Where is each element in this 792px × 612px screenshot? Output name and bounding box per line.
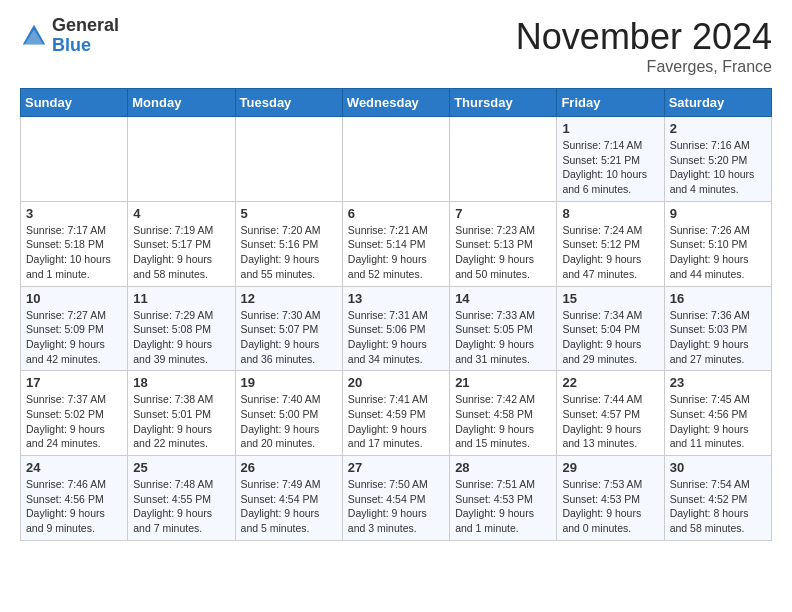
day-info: Sunrise: 7:51 AM Sunset: 4:53 PM Dayligh… [455,477,551,536]
day-number: 11 [133,291,229,306]
calendar-cell: 8Sunrise: 7:24 AM Sunset: 5:12 PM Daylig… [557,201,664,286]
calendar-cell: 26Sunrise: 7:49 AM Sunset: 4:54 PM Dayli… [235,456,342,541]
day-number: 5 [241,206,337,221]
day-info: Sunrise: 7:30 AM Sunset: 5:07 PM Dayligh… [241,308,337,367]
day-number: 1 [562,121,658,136]
calendar-cell: 23Sunrise: 7:45 AM Sunset: 4:56 PM Dayli… [664,371,771,456]
day-number: 25 [133,460,229,475]
day-number: 23 [670,375,766,390]
calendar-cell [342,117,449,202]
day-number: 17 [26,375,122,390]
calendar-cell: 15Sunrise: 7:34 AM Sunset: 5:04 PM Dayli… [557,286,664,371]
calendar-cell: 11Sunrise: 7:29 AM Sunset: 5:08 PM Dayli… [128,286,235,371]
calendar-cell: 7Sunrise: 7:23 AM Sunset: 5:13 PM Daylig… [450,201,557,286]
logo-general: General [52,16,119,36]
day-info: Sunrise: 7:24 AM Sunset: 5:12 PM Dayligh… [562,223,658,282]
calendar-header-row: SundayMondayTuesdayWednesdayThursdayFrid… [21,89,772,117]
day-info: Sunrise: 7:36 AM Sunset: 5:03 PM Dayligh… [670,308,766,367]
calendar-cell: 10Sunrise: 7:27 AM Sunset: 5:09 PM Dayli… [21,286,128,371]
calendar-cell: 5Sunrise: 7:20 AM Sunset: 5:16 PM Daylig… [235,201,342,286]
calendar-cell [128,117,235,202]
logo-icon [20,22,48,50]
day-info: Sunrise: 7:17 AM Sunset: 5:18 PM Dayligh… [26,223,122,282]
day-info: Sunrise: 7:42 AM Sunset: 4:58 PM Dayligh… [455,392,551,451]
weekday-header: Tuesday [235,89,342,117]
calendar-cell: 3Sunrise: 7:17 AM Sunset: 5:18 PM Daylig… [21,201,128,286]
day-info: Sunrise: 7:27 AM Sunset: 5:09 PM Dayligh… [26,308,122,367]
day-number: 6 [348,206,444,221]
day-number: 27 [348,460,444,475]
day-number: 12 [241,291,337,306]
logo-text: General Blue [52,16,119,56]
day-number: 7 [455,206,551,221]
title-area: November 2024 Faverges, France [516,16,772,76]
day-info: Sunrise: 7:14 AM Sunset: 5:21 PM Dayligh… [562,138,658,197]
day-info: Sunrise: 7:34 AM Sunset: 5:04 PM Dayligh… [562,308,658,367]
day-number: 15 [562,291,658,306]
calendar-cell: 16Sunrise: 7:36 AM Sunset: 5:03 PM Dayli… [664,286,771,371]
day-number: 2 [670,121,766,136]
calendar-cell: 12Sunrise: 7:30 AM Sunset: 5:07 PM Dayli… [235,286,342,371]
calendar-cell: 24Sunrise: 7:46 AM Sunset: 4:56 PM Dayli… [21,456,128,541]
calendar-cell: 29Sunrise: 7:53 AM Sunset: 4:53 PM Dayli… [557,456,664,541]
calendar-week-row: 3Sunrise: 7:17 AM Sunset: 5:18 PM Daylig… [21,201,772,286]
day-number: 22 [562,375,658,390]
calendar-cell: 17Sunrise: 7:37 AM Sunset: 5:02 PM Dayli… [21,371,128,456]
day-info: Sunrise: 7:23 AM Sunset: 5:13 PM Dayligh… [455,223,551,282]
day-info: Sunrise: 7:31 AM Sunset: 5:06 PM Dayligh… [348,308,444,367]
day-info: Sunrise: 7:19 AM Sunset: 5:17 PM Dayligh… [133,223,229,282]
calendar-cell: 19Sunrise: 7:40 AM Sunset: 5:00 PM Dayli… [235,371,342,456]
calendar-body: 1Sunrise: 7:14 AM Sunset: 5:21 PM Daylig… [21,117,772,541]
calendar-cell: 28Sunrise: 7:51 AM Sunset: 4:53 PM Dayli… [450,456,557,541]
calendar-cell: 30Sunrise: 7:54 AM Sunset: 4:52 PM Dayli… [664,456,771,541]
page-header: General Blue November 2024 Faverges, Fra… [20,16,772,76]
day-info: Sunrise: 7:16 AM Sunset: 5:20 PM Dayligh… [670,138,766,197]
day-number: 3 [26,206,122,221]
calendar-cell: 25Sunrise: 7:48 AM Sunset: 4:55 PM Dayli… [128,456,235,541]
logo: General Blue [20,16,119,56]
calendar-week-row: 1Sunrise: 7:14 AM Sunset: 5:21 PM Daylig… [21,117,772,202]
day-number: 28 [455,460,551,475]
calendar-cell [450,117,557,202]
weekday-header: Monday [128,89,235,117]
day-info: Sunrise: 7:40 AM Sunset: 5:00 PM Dayligh… [241,392,337,451]
calendar-cell: 9Sunrise: 7:26 AM Sunset: 5:10 PM Daylig… [664,201,771,286]
logo-blue: Blue [52,36,119,56]
day-number: 30 [670,460,766,475]
day-info: Sunrise: 7:54 AM Sunset: 4:52 PM Dayligh… [670,477,766,536]
calendar-cell [21,117,128,202]
day-info: Sunrise: 7:46 AM Sunset: 4:56 PM Dayligh… [26,477,122,536]
day-number: 13 [348,291,444,306]
month-title: November 2024 [516,16,772,58]
day-info: Sunrise: 7:41 AM Sunset: 4:59 PM Dayligh… [348,392,444,451]
day-number: 4 [133,206,229,221]
day-number: 29 [562,460,658,475]
day-info: Sunrise: 7:53 AM Sunset: 4:53 PM Dayligh… [562,477,658,536]
calendar-cell: 21Sunrise: 7:42 AM Sunset: 4:58 PM Dayli… [450,371,557,456]
day-info: Sunrise: 7:29 AM Sunset: 5:08 PM Dayligh… [133,308,229,367]
day-info: Sunrise: 7:49 AM Sunset: 4:54 PM Dayligh… [241,477,337,536]
location: Faverges, France [516,58,772,76]
calendar-cell: 2Sunrise: 7:16 AM Sunset: 5:20 PM Daylig… [664,117,771,202]
calendar-week-row: 17Sunrise: 7:37 AM Sunset: 5:02 PM Dayli… [21,371,772,456]
calendar-cell: 20Sunrise: 7:41 AM Sunset: 4:59 PM Dayli… [342,371,449,456]
day-info: Sunrise: 7:26 AM Sunset: 5:10 PM Dayligh… [670,223,766,282]
day-number: 21 [455,375,551,390]
calendar-cell: 4Sunrise: 7:19 AM Sunset: 5:17 PM Daylig… [128,201,235,286]
day-info: Sunrise: 7:38 AM Sunset: 5:01 PM Dayligh… [133,392,229,451]
calendar-cell: 27Sunrise: 7:50 AM Sunset: 4:54 PM Dayli… [342,456,449,541]
weekday-header: Wednesday [342,89,449,117]
day-info: Sunrise: 7:20 AM Sunset: 5:16 PM Dayligh… [241,223,337,282]
day-number: 20 [348,375,444,390]
day-number: 10 [26,291,122,306]
calendar-week-row: 24Sunrise: 7:46 AM Sunset: 4:56 PM Dayli… [21,456,772,541]
day-info: Sunrise: 7:45 AM Sunset: 4:56 PM Dayligh… [670,392,766,451]
calendar-cell [235,117,342,202]
day-number: 19 [241,375,337,390]
calendar-cell: 6Sunrise: 7:21 AM Sunset: 5:14 PM Daylig… [342,201,449,286]
day-info: Sunrise: 7:33 AM Sunset: 5:05 PM Dayligh… [455,308,551,367]
day-number: 18 [133,375,229,390]
weekday-header: Friday [557,89,664,117]
calendar-cell: 1Sunrise: 7:14 AM Sunset: 5:21 PM Daylig… [557,117,664,202]
day-info: Sunrise: 7:21 AM Sunset: 5:14 PM Dayligh… [348,223,444,282]
